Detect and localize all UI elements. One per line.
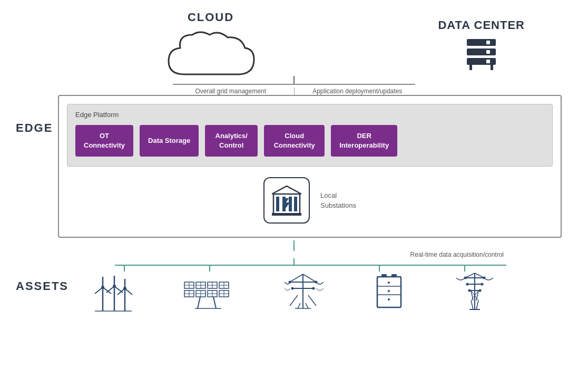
svg-rect-6 [469,65,472,70]
svg-point-97 [481,283,483,286]
datacenter-label: DATA CENTER [438,18,525,32]
svg-line-64 [298,303,300,308]
assets-label: ASSETS [16,279,68,293]
svg-rect-12 [294,197,297,211]
edge-label: EDGE [16,121,53,135]
server-icon [464,36,498,73]
svg-line-28 [125,288,132,295]
app-deployment-label: Application deployment/updates [295,88,416,95]
svg-line-54 [198,297,200,308]
svg-rect-7 [491,65,493,70]
data-storage-button[interactable]: Data Storage [140,125,199,157]
edge-modules: OTConnectivity Data Storage Analytics/Co… [75,125,544,157]
svg-line-60 [290,274,303,282]
svg-line-65 [306,303,308,308]
solar-panel-icon [182,272,234,314]
svg-rect-13 [272,213,301,216]
edge-platform-label: Edge Platform [75,111,544,119]
svg-line-55 [213,297,216,308]
svg-point-67 [315,281,318,284]
svg-line-91 [476,301,478,309]
svg-point-96 [466,283,468,286]
svg-point-66 [289,281,291,284]
svg-line-22 [106,286,114,293]
svg-rect-1 [486,41,490,44]
svg-point-99 [478,289,481,292]
svg-point-69 [312,287,315,290]
svg-line-63 [308,295,316,306]
cloud-connectivity-button[interactable]: CloudConnectivity [264,125,325,157]
wind-turbine-icon [92,272,134,314]
der-interoperability-button[interactable]: DERInteroperability [331,125,397,157]
svg-line-17 [95,287,103,294]
svg-rect-9 [276,197,279,211]
svg-line-62 [290,295,298,306]
svg-point-98 [468,289,471,292]
svg-rect-74 [381,274,387,277]
battery-storage-icon [372,272,406,314]
assets-icons [58,272,530,314]
grid-management-label: Overall grid management [173,88,295,95]
svg-rect-4 [467,58,496,65]
ot-connectivity-button[interactable]: OTConnectivity [75,125,133,157]
svg-line-87 [475,273,484,278]
svg-rect-5 [486,60,490,63]
substation-label: Local Substations [320,190,356,211]
realtime-label: Real-time data acquisition/control [410,251,504,258]
svg-rect-75 [391,274,397,277]
analytics-control-button[interactable]: Analytics/Control [205,125,258,157]
svg-point-68 [291,287,294,290]
power-tower-icon [454,272,496,314]
svg-rect-2 [467,49,496,55]
svg-rect-0 [467,39,496,46]
diagram-container: CLOUD DATA CENTER [0,0,588,368]
substation-icon-box [263,177,310,224]
svg-line-86 [465,273,475,278]
svg-rect-3 [486,50,490,54]
svg-rect-11 [289,197,292,211]
substation-icon [271,183,302,218]
svg-line-90 [471,301,473,309]
transmission-tower-icon [282,272,324,314]
svg-line-61 [303,274,316,282]
cloud-label: CLOUD [188,11,234,24]
